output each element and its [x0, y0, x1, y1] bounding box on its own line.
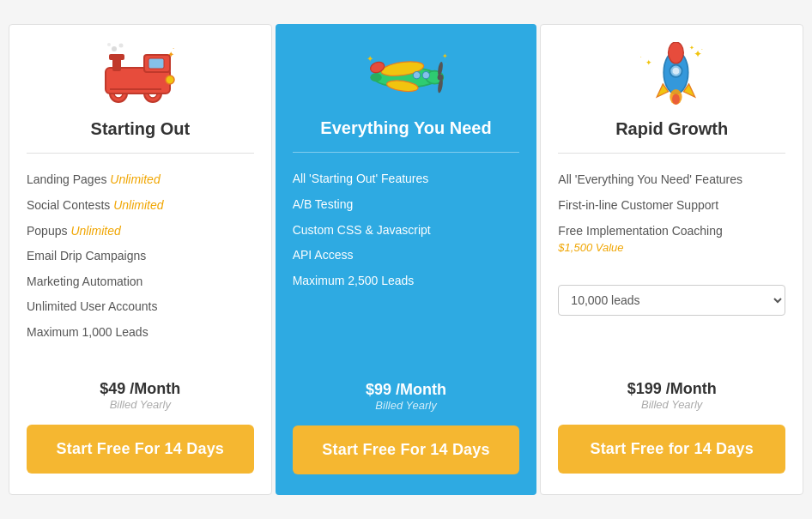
features-list: Landing Pages UnlimitedSocial Contests U…	[27, 167, 254, 362]
unlimited-label: Unlimited	[70, 224, 120, 238]
cta-button[interactable]: Start Free For 14 Days	[27, 425, 254, 474]
price-billing: Billed Yearly	[627, 398, 717, 411]
leads-dropdown[interactable]: 10,000 leads25,000 leads50,000 leads100,…	[558, 285, 785, 316]
plan-icon-plane: ✦ ✦ ·	[363, 41, 449, 110]
divider	[293, 152, 520, 153]
svg-text:✦: ✦	[688, 45, 694, 51]
price-area: $199 /Month Billed Yearly	[627, 380, 717, 411]
feature-item: First-in-line Customer Support	[558, 193, 785, 219]
price-amount: $99 /Month	[366, 381, 446, 399]
svg-point-11	[107, 43, 111, 46]
price-billing: Billed Yearly	[366, 399, 446, 412]
divider	[558, 153, 785, 154]
feature-item: API Access	[293, 243, 520, 269]
pricing-card-starting-out: ✦ · Starting Out Landing Pages Unlimited…	[9, 24, 272, 494]
svg-text:·: ·	[700, 45, 702, 53]
svg-point-22	[413, 71, 420, 78]
feature-item: All 'Everything You Need' Features	[558, 167, 785, 193]
price-area: $49 /Month Billed Yearly	[100, 380, 180, 411]
svg-text:·: ·	[173, 45, 174, 52]
plan-icon-rocket: ✦ · ✦ ✦ ·	[629, 42, 715, 111]
svg-point-10	[119, 44, 124, 48]
svg-point-37	[672, 94, 680, 105]
feature-item: Maximum 1,000 Leads	[27, 320, 254, 346]
feature-item: Social Contests Unlimited	[27, 193, 254, 219]
feature-item: Marketing Automation	[27, 269, 254, 295]
svg-text:✦: ✦	[442, 52, 448, 60]
feature-item: Maximum 2,500 Leads	[293, 269, 520, 294]
feature-item: Popups Unlimited	[27, 219, 254, 244]
svg-point-9	[112, 46, 117, 51]
plan-title: Rapid Growth	[615, 119, 728, 139]
svg-rect-8	[109, 54, 124, 60]
unlimited-label: Unlimited	[113, 198, 163, 212]
unlimited-label: Unlimited	[110, 172, 160, 186]
features-list: All 'Starting Out' FeaturesA/B TestingCu…	[293, 166, 520, 311]
svg-point-14	[166, 75, 174, 84]
plan-title: Starting Out	[91, 119, 191, 139]
cta-button[interactable]: Start Free For 14 Days	[293, 425, 520, 474]
feature-item: All 'Starting Out' Features	[293, 166, 520, 192]
price-amount: $199 /Month	[627, 380, 717, 398]
svg-point-31	[668, 42, 683, 63]
feature-item: Free Implementation Coaching$1,500 Value	[558, 219, 785, 261]
svg-text:·: ·	[445, 61, 447, 66]
price-area: $99 /Month Billed Yearly	[366, 381, 446, 412]
svg-text:✦: ✦	[367, 54, 373, 63]
svg-text:✦: ✦	[645, 58, 652, 67]
price-amount: $49 /Month	[100, 380, 180, 398]
divider	[27, 153, 254, 154]
cta-button[interactable]: Start Free for 14 Days	[558, 425, 785, 474]
svg-text:·: ·	[639, 54, 641, 61]
svg-rect-6	[148, 58, 164, 69]
svg-point-23	[422, 71, 429, 78]
feature-item: Unlimited User Accounts	[27, 294, 254, 320]
features-list: All 'Everything You Need' FeaturesFirst-…	[558, 167, 785, 277]
pricing-container: ✦ · Starting Out Landing Pages Unlimited…	[9, 24, 803, 494]
feature-item: Email Drip Campaigns	[27, 244, 254, 269]
svg-point-33	[672, 68, 680, 75]
pricing-card-everything-you-need: ✦ ✦ · Everything You Need All 'Starting …	[276, 24, 537, 494]
value-note: $1,500 Value	[558, 241, 623, 254]
feature-item: A/B Testing	[293, 192, 520, 218]
price-billing: Billed Yearly	[100, 398, 180, 411]
plan-icon-train: ✦ ·	[97, 42, 183, 111]
svg-point-18	[370, 73, 381, 81]
feature-item: Landing Pages Unlimited	[27, 167, 254, 193]
pricing-card-rapid-growth: ✦ · ✦ ✦ · Rapid Growth All 'Everything Y…	[540, 24, 803, 494]
feature-item: Custom CSS & Javascript	[293, 218, 520, 244]
plan-title: Everything You Need	[320, 118, 491, 138]
svg-point-24	[438, 75, 444, 81]
